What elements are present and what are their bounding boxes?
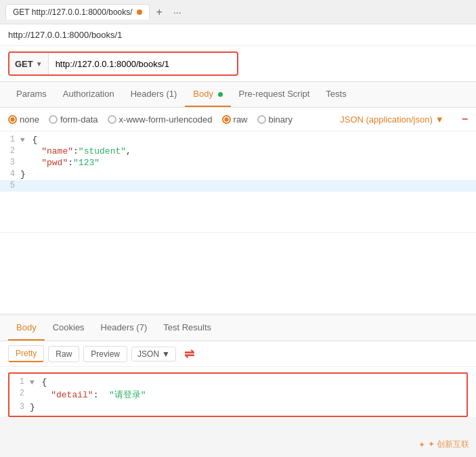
raw-button[interactable]: Raw bbox=[48, 346, 79, 362]
option-binary[interactable]: binary bbox=[257, 114, 293, 125]
option-form-data[interactable]: form-data bbox=[49, 114, 98, 125]
tab-label: GET http://127.0.0.1:8000/books/ bbox=[13, 7, 133, 17]
body-options: none form-data x-www-form-urlencoded raw… bbox=[0, 108, 476, 131]
request-area: GET ▼ bbox=[0, 46, 476, 82]
code-line-5: 5 bbox=[0, 180, 476, 192]
new-tab-button[interactable]: + bbox=[151, 3, 168, 21]
request-row: GET ▼ bbox=[8, 51, 238, 76]
resp-line-3: 3 } bbox=[9, 401, 467, 413]
resp-line-1: 1 ▼ { bbox=[9, 376, 467, 388]
method-selector[interactable]: GET ▼ bbox=[9, 53, 49, 74]
radio-none-icon bbox=[8, 115, 17, 124]
response-code-editor: 1 ▼ { 2 "detail": "请登录" 3 } bbox=[9, 374, 467, 416]
resp-line-2: 2 "detail": "请登录" bbox=[9, 388, 467, 401]
response-format-dropdown[interactable]: JSON ▼ bbox=[131, 347, 176, 362]
tab-pre-request[interactable]: Pre-request Script bbox=[231, 82, 318, 107]
tab-authorization[interactable]: Authorization bbox=[55, 82, 123, 107]
method-chevron-icon: ▼ bbox=[36, 60, 43, 68]
radio-formdata-icon bbox=[49, 115, 58, 124]
preview-button[interactable]: Preview bbox=[83, 346, 127, 362]
response-area: Body Cookies Headers (7) Test Results Pr… bbox=[0, 314, 476, 417]
option-none[interactable]: none bbox=[8, 114, 39, 125]
json-dropdown-chevron-icon: ▼ bbox=[435, 114, 444, 125]
more-tabs-button[interactable]: ··· bbox=[168, 4, 187, 20]
radio-binary-icon bbox=[257, 115, 266, 124]
watermark: ✦ ✦ 创新互联 bbox=[418, 439, 469, 450]
tab-body[interactable]: Body bbox=[185, 82, 230, 107]
request-body-editor[interactable]: 1 ▼ { 2 "name":"student", 3 "pwd":"123" bbox=[0, 131, 476, 233]
method-label: GET bbox=[15, 59, 33, 69]
active-tab[interactable]: GET http://127.0.0.1:8000/books/ bbox=[5, 4, 150, 20]
collapse-arrow-icon: ▼ bbox=[20, 136, 25, 144]
tab-tests[interactable]: Tests bbox=[318, 82, 354, 107]
request-code-editor[interactable]: 1 ▼ { 2 "name":"student", 3 "pwd":"123" bbox=[0, 131, 476, 233]
response-highlighted-box: 1 ▼ { 2 "detail": "请登录" 3 } bbox=[8, 372, 468, 417]
url-display-area: http://127.0.0.1:8000/books/1 bbox=[0, 24, 476, 46]
wrap-text-icon[interactable]: ⇌ bbox=[184, 347, 194, 362]
resp-tab-test-results[interactable]: Test Results bbox=[155, 315, 219, 341]
url-display: http://127.0.0.1:8000/books/1 bbox=[8, 30, 122, 40]
resp-format-chevron-icon: ▼ bbox=[162, 349, 170, 359]
json-type-dropdown[interactable]: JSON (application/json) ▼ bbox=[340, 114, 443, 125]
code-line-4: 4 } bbox=[0, 169, 476, 180]
remove-button[interactable]: − bbox=[462, 113, 468, 125]
code-line-3: 3 "pwd":"123" bbox=[0, 157, 476, 169]
editor-empty-space bbox=[0, 233, 476, 314]
url-input[interactable] bbox=[49, 55, 237, 73]
request-nav-tabs: Params Authorization Headers (1) Body Pr… bbox=[0, 82, 476, 108]
code-line-1: 1 ▼ { bbox=[0, 134, 476, 146]
tab-bar: GET http://127.0.0.1:8000/books/ + ··· bbox=[0, 0, 476, 24]
tab-headers[interactable]: Headers (1) bbox=[123, 82, 186, 107]
watermark-logo: ✦ bbox=[418, 440, 425, 450]
tab-dot bbox=[137, 9, 142, 15]
option-urlencoded[interactable]: x-www-form-urlencoded bbox=[108, 114, 213, 125]
tab-params[interactable]: Params bbox=[8, 82, 55, 107]
body-active-dot bbox=[218, 92, 223, 97]
watermark-text: ✦ 创新互联 bbox=[428, 439, 469, 450]
radio-urlencoded-icon bbox=[108, 115, 116, 124]
resp-tab-headers[interactable]: Headers (7) bbox=[93, 315, 156, 341]
resp-tab-cookies[interactable]: Cookies bbox=[45, 315, 93, 341]
pretty-button[interactable]: Pretty bbox=[8, 345, 44, 362]
response-toolbar: Pretty Raw Preview JSON ▼ ⇌ bbox=[0, 341, 476, 367]
resp-collapse-icon: ▼ bbox=[30, 378, 35, 387]
response-nav-tabs: Body Cookies Headers (7) Test Results bbox=[0, 315, 476, 341]
code-line-2: 2 "name":"student", bbox=[0, 146, 476, 157]
option-raw[interactable]: raw bbox=[222, 114, 248, 125]
resp-tab-body[interactable]: Body bbox=[8, 315, 45, 341]
radio-raw-icon bbox=[222, 115, 231, 124]
